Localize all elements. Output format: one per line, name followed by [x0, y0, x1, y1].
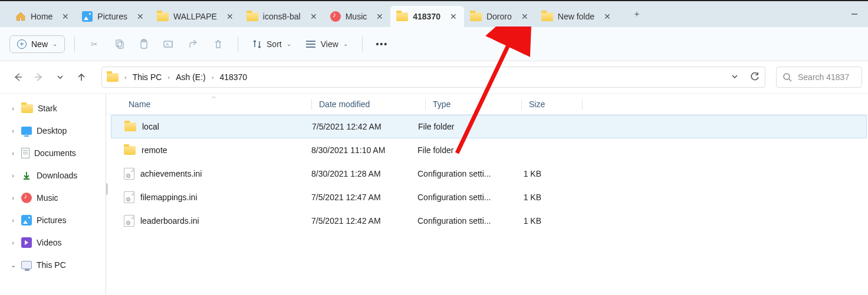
tab-418370[interactable]: 418370 ✕	[390, 6, 464, 27]
sidebar-item-label: Stark	[38, 104, 57, 113]
up-button[interactable]	[72, 68, 91, 87]
close-icon[interactable]: ✕	[61, 12, 70, 21]
toolbar: + New ⌄ ✂ A Sort ⌄ View ⌄ •••	[0, 27, 868, 61]
tab-label: 418370	[413, 12, 440, 21]
file-row[interactable]: remote 8/30/2021 11:10 AM File folder	[106, 138, 868, 162]
close-icon[interactable]: ✕	[520, 12, 530, 21]
address-bar[interactable]: › This PC › Ash (E:) › 418370	[101, 67, 765, 88]
file-row[interactable]: achievements.ini 8/30/2021 1:28 AM Confi…	[106, 162, 868, 185]
splitter-handle[interactable]	[106, 183, 108, 195]
view-button[interactable]: View ⌄	[301, 39, 353, 49]
folder-icon	[124, 146, 136, 155]
file-type: Configuration setti...	[417, 169, 506, 178]
clipboard-icon	[139, 39, 149, 49]
arrow-left-icon	[12, 72, 23, 82]
new-tab-button[interactable]: ＋	[626, 4, 647, 25]
column-type[interactable]: Type	[433, 100, 521, 109]
sidebar-item-pictures[interactable]: › Pictures	[0, 209, 106, 231]
forward-button[interactable]	[29, 68, 48, 87]
file-type: Configuration setti...	[417, 216, 506, 226]
column-date[interactable]: Date modified	[319, 100, 425, 109]
tab-wallpaper[interactable]: WALLPAPE ✕	[151, 6, 241, 27]
recent-button[interactable]	[51, 68, 70, 87]
sidebar-item-label: This PC	[37, 260, 66, 270]
chevron-right-icon: ›	[9, 127, 17, 134]
file-row[interactable]: leaderboards.ini 7/5/2021 12:42 AM Confi…	[106, 209, 868, 233]
sidebar-item-stark[interactable]: › Stark	[0, 97, 106, 120]
share-button[interactable]	[183, 34, 203, 54]
sort-caret-icon: ︿	[211, 92, 217, 101]
trash-icon	[213, 39, 223, 49]
minimize-button[interactable]	[841, 1, 868, 27]
tab-dororo[interactable]: Dororo ✕	[464, 6, 535, 27]
file-date: 7/5/2021 12:42 AM	[312, 122, 418, 131]
column-divider[interactable]	[311, 99, 312, 110]
file-size: 1 KB	[506, 193, 559, 202]
tab-label: Music	[346, 12, 367, 21]
sidebar-item-music[interactable]: › Music	[0, 187, 106, 209]
file-name: leaderboards.ini	[140, 216, 199, 226]
back-button[interactable]	[8, 68, 27, 87]
column-divider[interactable]	[582, 99, 583, 110]
close-icon[interactable]: ✕	[449, 12, 458, 21]
chevron-right-icon: ›	[9, 217, 17, 224]
sidebar: › Stark › Desktop › Documents › Download…	[0, 94, 106, 295]
view-label: View	[321, 39, 338, 49]
refresh-button[interactable]	[749, 71, 760, 84]
ini-file-icon	[124, 191, 134, 203]
paste-button[interactable]	[134, 34, 154, 54]
sidebar-item-desktop[interactable]: › Desktop	[0, 120, 106, 142]
file-name: filemappings.ini	[140, 193, 198, 202]
breadcrumb-folder[interactable]: 418370	[219, 72, 247, 82]
cut-button[interactable]: ✂	[84, 34, 104, 54]
sidebar-item-thispc[interactable]: ⌄ This PC	[0, 254, 106, 276]
sidebar-item-label: Desktop	[37, 126, 67, 135]
close-icon[interactable]: ✕	[603, 12, 612, 21]
new-button[interactable]: + New ⌄	[9, 35, 65, 53]
svg-line-12	[789, 79, 791, 81]
chevron-down-icon: ⌄	[52, 41, 57, 47]
tab-pictures[interactable]: Pictures ✕	[76, 6, 151, 27]
file-row[interactable]: local 7/5/2021 12:42 AM File folder	[111, 115, 867, 138]
delete-button[interactable]	[208, 34, 228, 54]
sidebar-item-downloads[interactable]: › Downloads	[0, 164, 106, 187]
search-input[interactable]: Search 41837	[776, 67, 862, 88]
plus-circle-icon: +	[17, 39, 27, 49]
share-icon	[188, 39, 199, 49]
tab-label: icons8-bal	[263, 12, 301, 21]
sidebar-item-documents[interactable]: › Documents	[0, 142, 106, 164]
pictures-icon	[21, 215, 32, 226]
chevron-down-icon	[731, 72, 739, 81]
close-icon[interactable]: ✕	[136, 12, 145, 21]
chevron-right-icon: ›	[165, 74, 172, 81]
column-divider[interactable]	[425, 99, 426, 110]
address-dropdown[interactable]	[731, 72, 739, 82]
folder-icon	[157, 12, 169, 21]
file-row[interactable]: filemappings.ini 7/5/2021 12:47 AM Confi…	[106, 185, 868, 209]
close-icon[interactable]: ✕	[225, 12, 235, 21]
tab-music[interactable]: Music ✕	[324, 6, 391, 27]
folder-icon	[246, 12, 258, 21]
tab-icons8[interactable]: icons8-bal ✕	[241, 6, 324, 27]
column-size[interactable]: Size	[529, 100, 582, 109]
breadcrumb-drive[interactable]: Ash (E:)	[176, 72, 206, 82]
column-divider[interactable]	[521, 99, 522, 110]
column-name[interactable]: ︿ Name	[129, 100, 311, 109]
file-type: Configuration setti...	[417, 193, 506, 202]
tab-label: Pictures	[97, 12, 127, 21]
tab-home[interactable]: Home ✕	[9, 6, 76, 27]
document-icon	[21, 148, 29, 158]
copy-button[interactable]	[109, 34, 129, 54]
sidebar-item-videos[interactable]: › Videos	[0, 231, 106, 254]
folder-icon	[470, 12, 482, 21]
breadcrumb-this-pc[interactable]: This PC	[133, 72, 162, 82]
tab-newfolder[interactable]: New folde ✕	[535, 6, 618, 27]
sidebar-item-label: Videos	[37, 238, 62, 247]
sort-button[interactable]: Sort ⌄	[248, 39, 296, 49]
view-list-icon	[305, 40, 316, 48]
toolbar-divider	[362, 37, 363, 52]
rename-button[interactable]: A	[159, 34, 179, 54]
close-icon[interactable]: ✕	[309, 12, 318, 21]
close-icon[interactable]: ✕	[375, 12, 384, 21]
more-button[interactable]: •••	[372, 34, 392, 54]
